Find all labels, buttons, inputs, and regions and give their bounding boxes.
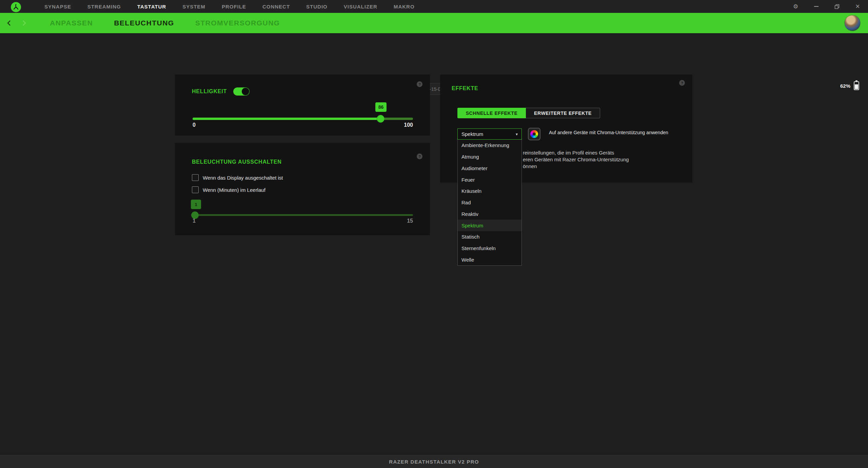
option-audiometer[interactable]: Audiometer <box>458 162 521 174</box>
battery-percent: 62% <box>840 83 850 89</box>
option-spektrum[interactable]: Spektrum <box>458 220 521 231</box>
user-avatar[interactable] <box>844 15 861 31</box>
idle-minutes-slider-track[interactable] <box>194 214 413 216</box>
effect-select-value: Spektrum <box>461 131 483 137</box>
toggle-knob <box>242 88 249 95</box>
tab-anpassen[interactable]: ANPASSEN <box>50 19 93 27</box>
gear-icon: ⚙ <box>793 4 798 9</box>
brightness-min-label: 0 <box>193 122 196 128</box>
option-ambiente-erkennung[interactable]: Ambiente-Erkennung <box>458 140 521 151</box>
brightness-minmax: 0 100 <box>193 122 413 128</box>
nav-connect[interactable]: CONNECT <box>262 4 290 9</box>
effects-tabs: SCHNELLE EFFEKTE ERWEITERTE EFFEKTE <box>457 108 600 118</box>
option-welle[interactable]: Welle <box>458 254 521 265</box>
window-controls: ⚙ × <box>785 0 868 13</box>
display-off-checkbox[interactable] <box>192 174 199 181</box>
help-icon[interactable]: ? <box>679 80 685 86</box>
minimize-icon <box>814 6 818 7</box>
nav-studio[interactable]: STUDIO <box>306 4 328 9</box>
title-bar: SYNAPSE STREAMING TASTATUR SYSTEM PROFIL… <box>0 0 868 13</box>
effect-select[interactable]: Spektrum ▾ <box>457 128 522 140</box>
idle-minutes-label: Wenn (Minuten) im Leerlauf <box>203 187 265 193</box>
razer-synapse-window: SYNAPSE STREAMING TASTATUR SYSTEM PROFIL… <box>0 0 868 468</box>
subnav-tabs: ANPASSEN BELEUCHTUNG STROMVERSORGUNG <box>50 19 280 27</box>
chroma-description-text: reinstellungen, die im Profil eines Gerä… <box>523 149 692 170</box>
brightness-value-badge: 86 <box>375 102 387 112</box>
option-sternenfunkeln[interactable]: Sternenfunkeln <box>458 243 521 254</box>
option-kraeuseln[interactable]: Kräuseln <box>458 185 521 197</box>
chevron-down-icon: ▾ <box>516 132 518 137</box>
chroma-caption: Auf andere Geräte mit Chroma-Unterstützu… <box>549 129 685 136</box>
battery-icon <box>854 81 859 90</box>
nav-visualizer[interactable]: VISUALIZER <box>344 4 377 9</box>
history-navigation <box>6 20 27 26</box>
chroma-wheel-icon <box>530 130 538 138</box>
brightness-slider-fill <box>193 118 380 120</box>
effect-dropdown-list: Ambiente-Erkennung Atmung Audiometer Feu… <box>457 140 522 266</box>
effects-title: EFFEKTE <box>452 85 478 91</box>
brightness-slider-thumb[interactable] <box>377 115 384 123</box>
restore-button[interactable] <box>827 0 847 13</box>
checkbox-row-idle: Wenn (Minuten) im Leerlauf <box>192 186 265 193</box>
tab-erweiterte-effekte[interactable]: ERWEITERTE EFFEKTE <box>526 108 600 118</box>
description-line-1: reinstellungen, die im Profil eines Gerä… <box>523 149 692 156</box>
help-icon[interactable]: ? <box>417 154 422 159</box>
brightness-title: HELLIGKEIT <box>192 88 227 95</box>
brightness-max-label: 100 <box>404 122 413 128</box>
back-icon[interactable] <box>6 20 12 26</box>
option-statisch[interactable]: Statisch <box>458 231 521 243</box>
option-rad[interactable]: Rad <box>458 197 521 208</box>
nav-streaming[interactable]: STREAMING <box>87 4 121 9</box>
nav-makro[interactable]: MAKRO <box>394 4 415 9</box>
nav-system[interactable]: SYSTEM <box>182 4 205 9</box>
checkbox-row-display-off: Wenn das Display ausgeschaltet ist <box>192 174 283 181</box>
device-name: RAZER DEATHSTALKER V2 PRO <box>389 459 479 465</box>
brightness-card: ? HELLIGKEIT 86 0 100 <box>175 75 430 136</box>
idle-min-label: 1 <box>193 218 196 224</box>
idle-max-label: 15 <box>407 218 413 224</box>
option-reaktiv[interactable]: Reaktiv <box>458 208 521 220</box>
option-atmung[interactable]: Atmung <box>458 151 521 163</box>
description-line-2: eren Geräten mit Razer Chroma-Unterstütz… <box>523 156 692 163</box>
close-button[interactable]: × <box>847 0 868 13</box>
nav-profile[interactable]: PROFILE <box>222 4 246 9</box>
lighting-off-card: ? BELEUCHTUNG AUSSCHALTEN Wenn das Displ… <box>175 143 430 235</box>
nav-tastatur[interactable]: TASTATUR <box>137 4 166 9</box>
tab-schnelle-effekte[interactable]: SCHNELLE EFFEKTE <box>457 108 526 118</box>
idle-minutes-checkbox[interactable] <box>192 186 199 193</box>
device-subnav: ANPASSEN BELEUCHTUNG STROMVERSORGUNG <box>0 13 868 33</box>
battery-status: 62% <box>840 81 859 90</box>
settings-button[interactable]: ⚙ <box>785 0 806 13</box>
help-icon[interactable]: ? <box>417 81 422 87</box>
description-line-3: önnen <box>523 163 692 170</box>
display-off-label: Wenn das Display ausgeschaltet ist <box>203 175 283 181</box>
close-icon: × <box>855 3 860 10</box>
option-feuer[interactable]: Feuer <box>458 174 521 185</box>
lighting-off-title: BELEUCHTUNG AUSSCHALTEN <box>192 159 282 165</box>
profile-row: PROFIL RAZER-BLADE-15-Default ▾ ••• 62% <box>0 33 868 64</box>
tab-beleuchtung[interactable]: BELEUCHTUNG <box>114 19 174 27</box>
forward-icon[interactable] <box>21 20 27 26</box>
tab-stromversorgung[interactable]: STROMVERSORGUNG <box>195 19 280 27</box>
minimize-button[interactable] <box>806 0 827 13</box>
chroma-icon <box>528 128 540 140</box>
top-navigation: SYNAPSE STREAMING TASTATUR SYSTEM PROFIL… <box>44 4 415 9</box>
restore-icon <box>834 4 840 9</box>
brightness-toggle[interactable] <box>233 87 250 96</box>
device-footer-bar: RAZER DEATHSTALKER V2 PRO <box>0 455 868 468</box>
nav-synapse[interactable]: SYNAPSE <box>44 4 71 9</box>
idle-minutes-minmax: 1 15 <box>193 218 413 224</box>
razer-logo-icon[interactable] <box>11 2 21 12</box>
idle-minutes-value-badge: 1 <box>191 200 201 209</box>
